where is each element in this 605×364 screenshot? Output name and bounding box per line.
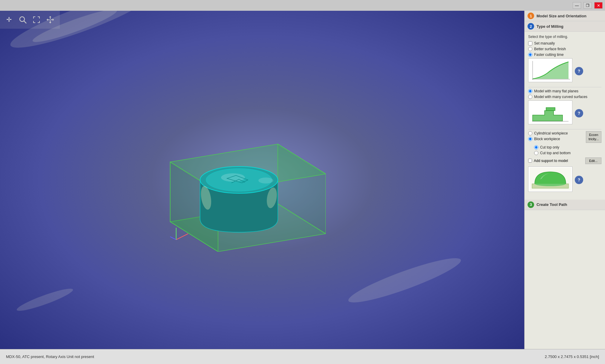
svg-point-0 xyxy=(20,17,25,22)
step1-header[interactable]: 1 Model Size and Orientation xyxy=(525,11,605,21)
svg-line-1 xyxy=(24,21,26,23)
curved-surfaces-radio[interactable] xyxy=(528,95,532,99)
cut-top-bottom-row: Cut top and bottom xyxy=(534,151,601,155)
better-surface-row: Better surface finish xyxy=(528,47,601,51)
machine-info: MDX-50, ATC present, Rotary Axis Unit no… xyxy=(6,354,94,359)
eccentricity-button[interactable]: Eccentricity... xyxy=(586,131,601,143)
cut-top-radio[interactable] xyxy=(534,145,538,149)
block-preview xyxy=(528,166,572,192)
fit-icon[interactable] xyxy=(31,14,42,25)
step3-header[interactable]: 3 Create Tool Path xyxy=(525,200,605,210)
step2-badge: 2 xyxy=(528,23,534,30)
set-manually-row: Set manually xyxy=(528,41,601,45)
cut-top-row: Cut top only xyxy=(534,145,601,149)
surface-preview-row: ? xyxy=(528,100,601,126)
step3-badge: 3 xyxy=(528,201,534,208)
support-row: Add support to model Edit... xyxy=(528,157,601,164)
cylindrical-radio[interactable] xyxy=(528,131,532,135)
svg-line-25 xyxy=(176,234,188,240)
edit-support-button[interactable]: Edit... xyxy=(585,157,601,164)
curved-surfaces-row: Model with many curved surfaces xyxy=(528,95,601,99)
surface-help-button[interactable]: ? xyxy=(575,109,583,117)
flat-planes-radio[interactable] xyxy=(528,89,532,93)
block-row: Block workpiece xyxy=(528,137,583,141)
toolbar: ✛ xyxy=(0,11,60,29)
step2-content: Select the type of milling. Set manually… xyxy=(525,32,605,200)
cutting-preview-row: ? xyxy=(528,58,601,84)
set-manually-checkbox[interactable] xyxy=(528,41,532,45)
cut-options: Cut top only Cut top and bottom xyxy=(528,145,601,155)
svg-marker-8 xyxy=(53,19,54,21)
block-help-button[interactable]: ? xyxy=(575,176,583,184)
cut-top-bottom-label: Cut top and bottom xyxy=(540,151,571,155)
faster-cutting-label: Faster cutting time xyxy=(534,53,564,57)
minimize-button[interactable]: — xyxy=(573,2,581,9)
svg-marker-6 xyxy=(49,16,51,17)
block-radio[interactable] xyxy=(528,137,532,141)
cut-top-bottom-radio[interactable] xyxy=(534,151,538,155)
svg-point-22 xyxy=(258,178,273,183)
status-bar: MDX-50, ATC present, Rotary Axis Unit no… xyxy=(0,349,605,364)
svg-rect-32 xyxy=(546,108,555,111)
move-icon[interactable]: ✛ xyxy=(4,14,14,25)
svg-marker-9 xyxy=(49,22,51,23)
curved-surfaces-label: Model with many curved surfaces xyxy=(534,95,587,99)
add-support-checkbox[interactable] xyxy=(528,159,532,163)
title-bar: — ❐ ✕ xyxy=(0,0,605,11)
step1-label: Model Size and Orientation xyxy=(537,14,586,18)
collapse-icon[interactable] xyxy=(45,14,56,25)
step3-label: Create Tool Path xyxy=(537,202,567,207)
flat-planes-label: Model with many flat planes xyxy=(534,89,578,93)
block-preview-row: ? xyxy=(528,166,601,194)
step2-label: Type of Milling xyxy=(537,24,563,29)
better-surface-radio[interactable] xyxy=(528,47,532,51)
cut-top-label: Cut top only xyxy=(540,145,559,149)
faster-cutting-radio[interactable] xyxy=(528,53,532,57)
workpiece-section: Cylindrical workpiece Block workpiece Ec… xyxy=(528,131,601,143)
surface-preview xyxy=(528,100,572,124)
cylindrical-row: Cylindrical workpiece xyxy=(528,131,583,135)
dimensions-info: 2.7500 x 2.7475 x 0.5351 [inch] xyxy=(545,354,599,359)
right-panel: 1 Model Size and Orientation 2 Type of M… xyxy=(524,11,605,349)
cutting-help-button[interactable]: ? xyxy=(575,67,583,75)
workpiece-radios: Cylindrical workpiece Block workpiece xyxy=(528,131,583,143)
maximize-button[interactable]: ❐ xyxy=(583,2,592,9)
set-manually-label: Set manually xyxy=(534,41,555,45)
divider2 xyxy=(528,129,601,129)
cylindrical-label: Cylindrical workpiece xyxy=(534,131,568,135)
better-surface-label: Better surface finish xyxy=(534,47,566,51)
add-support-label: Add support to model xyxy=(534,159,583,163)
faster-cutting-row: Faster cutting time xyxy=(528,53,601,57)
flat-planes-row: Model with many flat planes xyxy=(528,89,601,93)
divider1 xyxy=(528,87,601,87)
block-label: Block workpiece xyxy=(534,137,560,141)
milling-intro: Select the type of milling. xyxy=(528,35,601,39)
svg-marker-7 xyxy=(47,19,48,21)
zoom-icon[interactable] xyxy=(17,14,28,25)
step1-badge: 1 xyxy=(528,13,534,19)
cutting-preview xyxy=(528,58,572,82)
step2-header[interactable]: 2 Type of Milling xyxy=(525,21,605,32)
svg-line-27 xyxy=(170,237,176,240)
close-button[interactable]: ✕ xyxy=(594,2,603,9)
3d-model xyxy=(146,108,326,252)
viewport[interactable] xyxy=(0,11,524,349)
